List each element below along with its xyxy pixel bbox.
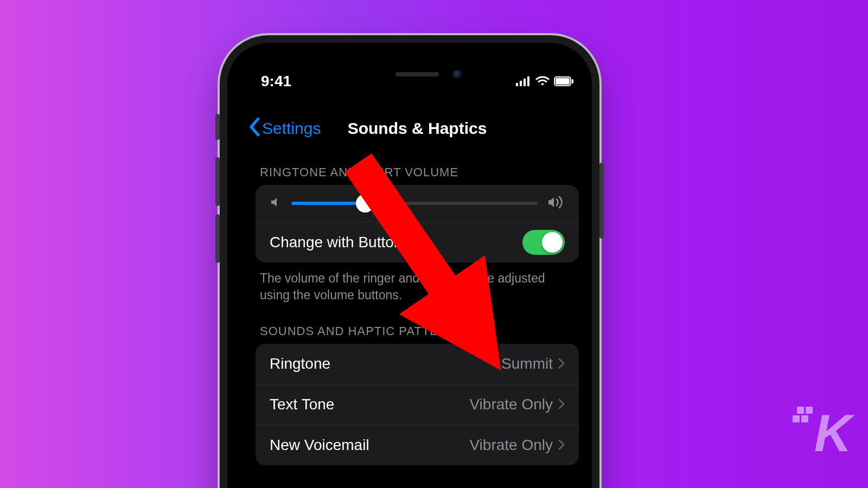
cellular-icon [516, 73, 531, 90]
new-voicemail-label: New Voicemail [270, 436, 369, 454]
volume-footer-note: The volume of the ringer and alerts can … [246, 262, 589, 306]
volume-down-button [215, 214, 220, 263]
mute-switch-button [215, 114, 220, 140]
volume-slider-thumb[interactable] [356, 194, 374, 213]
svg-rect-1 [520, 81, 522, 86]
battery-icon [554, 73, 573, 90]
svg-rect-5 [556, 78, 570, 85]
nav-bar: Settings Sounds & Haptics [246, 110, 589, 147]
speaker-low-icon [270, 196, 282, 210]
change-with-buttons-label: Change with Buttons [270, 234, 410, 251]
ringtone-row[interactable]: Ringtone Summit [256, 344, 579, 384]
front-camera [453, 70, 462, 79]
power-button [599, 163, 604, 239]
back-label: Settings [262, 119, 321, 138]
ringtone-label: Ringtone [270, 355, 330, 373]
watermark-dots [793, 407, 814, 428]
new-voicemail-value: Vibrate Only [469, 436, 553, 454]
back-button[interactable]: Settings [246, 118, 321, 139]
chevron-right-icon [558, 437, 565, 454]
speaker-high-icon [547, 196, 565, 211]
svg-rect-6 [572, 79, 573, 84]
page-title: Sounds & Haptics [348, 119, 487, 138]
ringtone-value: Summit [501, 355, 553, 373]
section-header-volume: RINGTONE AND ALERT VOLUME [246, 147, 589, 185]
patterns-group: Ringtone Summit Text Tone Vibr [256, 344, 579, 465]
change-with-buttons-toggle[interactable] [522, 230, 565, 255]
page-background: 9:41 [0, 0, 868, 488]
new-voicemail-row[interactable]: New Voicemail Vibrate Only [256, 425, 579, 465]
device-screen: 9:41 [246, 61, 589, 488]
earpiece-speaker [395, 72, 439, 76]
volume-slider-row [256, 185, 579, 222]
svg-rect-3 [527, 76, 529, 86]
watermark: K [814, 403, 848, 463]
device-notch [347, 64, 488, 87]
device-bezel: 9:41 [227, 43, 592, 488]
change-with-buttons-row: Change with Buttons [256, 222, 579, 262]
volume-slider-fill [291, 202, 365, 205]
volume-slider[interactable] [291, 202, 538, 205]
volume-group: Change with Buttons [256, 185, 579, 262]
chevron-right-icon [558, 356, 565, 373]
status-icons [516, 73, 573, 90]
text-tone-row[interactable]: Text Tone Vibrate Only [256, 384, 579, 425]
text-tone-label: Text Tone [270, 396, 334, 413]
volume-up-button [215, 157, 220, 206]
section-header-patterns: SOUNDS AND HAPTIC PATTERNS [246, 306, 589, 344]
svg-rect-0 [516, 83, 518, 86]
svg-rect-2 [524, 79, 526, 86]
watermark-letter: K [814, 404, 848, 462]
settings-content: Settings Sounds & Haptics RINGTONE AND A… [246, 110, 589, 465]
chevron-left-icon [249, 118, 260, 139]
chevron-right-icon [558, 396, 565, 413]
text-tone-value: Vibrate Only [469, 396, 553, 413]
wifi-icon [535, 73, 550, 90]
device-frame: 9:41 [220, 35, 599, 488]
status-time: 9:41 [261, 73, 291, 90]
